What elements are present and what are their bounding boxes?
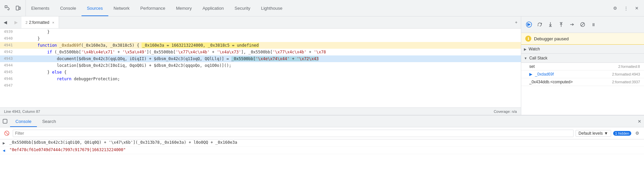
step-over-btn[interactable] bbox=[535, 19, 545, 30]
watch-label: Watch bbox=[529, 47, 540, 51]
svg-line-13 bbox=[581, 23, 584, 26]
cs-item-loc-434ddb: 2:formatted:3937 bbox=[612, 80, 640, 84]
console-output-arrow: ▶ bbox=[3, 141, 8, 145]
call-stack-item-current[interactable]: ▶ _0xdad69f 2:formatted:4943 bbox=[521, 71, 644, 78]
svg-rect-0 bbox=[5, 6, 7, 8]
step-into-btn[interactable] bbox=[545, 19, 555, 30]
console-output: ▶ _0x5500bb[$dbsm_0x42c3(iqOiQ0, Q0iq0Q)… bbox=[0, 139, 644, 177]
code-panel: ◀ ▶ 2 2:formatted × + 4939 } 4940 } bbox=[0, 16, 521, 115]
call-stack-section-header[interactable]: ▼ Call Stack bbox=[521, 54, 644, 63]
call-stack-item-set[interactable]: set 2:formatted:8 bbox=[521, 63, 644, 71]
console-line-2: ◀ "0ef478cf61e0749d7444c7997c917679|1663… bbox=[0, 147, 644, 154]
console-toolbar: 🚫 Default levels ▼ 1 hidden ⚙ bbox=[0, 127, 644, 139]
code-line-4942: 4942 if (_0x5500bb['\x4b\x4e\x71' + '\x5… bbox=[0, 49, 521, 55]
console-result-text: "0ef478cf61e0749d7444c7997c917679|166321… bbox=[9, 147, 641, 152]
go-back-btn[interactable]: ◀ bbox=[1, 18, 10, 27]
svg-rect-5 bbox=[527, 23, 528, 26]
debugger-toolbar: ⏸ bbox=[521, 16, 644, 33]
close-tab-btn[interactable]: × bbox=[51, 20, 56, 25]
code-line-4939: 4939 } bbox=[0, 29, 521, 35]
settings-btn[interactable]: ⚙ bbox=[610, 3, 620, 13]
call-stack-chevron: ▼ bbox=[524, 56, 527, 60]
svg-rect-14 bbox=[3, 119, 7, 123]
watch-chevron: ▶ bbox=[524, 47, 527, 51]
devtools-nav-icons bbox=[0, 0, 26, 16]
tab-file-name: 2:formatted bbox=[29, 20, 49, 25]
cs-item-loc-set: 2:formatted:8 bbox=[618, 64, 640, 69]
level-chevron-down: ▼ bbox=[604, 131, 608, 136]
console-tabs-bar: Console Search ✕ bbox=[0, 116, 644, 127]
svg-marker-4 bbox=[528, 23, 531, 26]
console-result-arrow: ◀ bbox=[3, 148, 8, 153]
top-nav-bar: Elements Console Sources Network Perform… bbox=[0, 0, 644, 16]
deactivate-breakpoints-btn[interactable] bbox=[578, 19, 588, 30]
tab-memory[interactable]: Memory bbox=[171, 0, 197, 16]
hidden-count-badge: 1 hidden bbox=[613, 131, 631, 136]
current-frame-arrow: ▶ bbox=[529, 72, 532, 77]
close-devtools-btn[interactable]: ✕ bbox=[632, 3, 641, 13]
tab-file-num: 2 bbox=[25, 20, 28, 25]
nav-right-actions: ⚙ ⋮ ✕ bbox=[608, 3, 644, 13]
cs-item-name-434ddb: _0x434ddb.<computed> bbox=[529, 80, 611, 84]
log-level-label: Default levels bbox=[579, 131, 603, 136]
tab-network[interactable]: Network bbox=[108, 0, 135, 16]
code-line-4947: 4947 bbox=[0, 82, 521, 89]
cs-item-name-set: set bbox=[529, 64, 617, 69]
console-output-text-1: _0x5500bb[$dbsm_0x42c3(iqOiQ0, Q0iq0Q) +… bbox=[9, 140, 641, 145]
tab-lighthouse[interactable]: Lighthouse bbox=[256, 0, 288, 16]
nav-tabs: Elements Console Sources Network Perform… bbox=[26, 0, 608, 16]
step-out-btn[interactable] bbox=[556, 19, 566, 30]
code-line-4944: 4944 location[$dbsm_0x42c3(I0oIiq, OqoQ0… bbox=[0, 62, 521, 69]
add-source-tab-btn[interactable]: + bbox=[512, 18, 521, 27]
step-btn[interactable] bbox=[567, 19, 577, 30]
tab-security[interactable]: Security bbox=[229, 0, 256, 16]
debugger-sections: ▶ Watch ▼ Call Stack set 2:formatted:8 ▶… bbox=[521, 45, 644, 115]
code-line-4940: 4940 } bbox=[0, 35, 521, 42]
svg-rect-2 bbox=[19, 7, 20, 9]
console-line-1: ▶ _0x5500bb[$dbsm_0x42c3(iqOiQ0, Q0iq0Q)… bbox=[0, 139, 644, 147]
tab-console[interactable]: Console bbox=[55, 0, 82, 16]
pause-on-exceptions-btn[interactable]: ⏸ bbox=[588, 19, 598, 30]
go-forward-btn[interactable]: ▶ bbox=[11, 18, 21, 27]
code-line-4943: 4943 document[$dbsm_0x42c3(qqLQOq, iOiqI… bbox=[0, 55, 521, 62]
inspect-element-btn[interactable] bbox=[3, 3, 12, 13]
code-line-4945: 4945 } else { bbox=[0, 69, 521, 76]
tab-application[interactable]: Application bbox=[197, 0, 229, 16]
code-line-4946: 4946 return debuggerProtection; bbox=[0, 76, 521, 82]
code-line-4941: 4941 function _0xdad69f(_0x160e3a, _0x38… bbox=[0, 42, 521, 49]
clear-console-btn[interactable]: 🚫 bbox=[3, 129, 11, 137]
console-icon-btn[interactable] bbox=[0, 116, 10, 127]
call-stack-label: Call Stack bbox=[529, 56, 547, 60]
more-options-btn[interactable]: ⋮ bbox=[621, 3, 631, 13]
code-editor[interactable]: 4939 } 4940 } 4941 function _0xdad69f(_0… bbox=[0, 29, 521, 107]
tab-sources[interactable]: Sources bbox=[82, 0, 108, 16]
log-level-select[interactable]: Default levels ▼ bbox=[576, 130, 611, 137]
debugger-panel: ⏸ ℹ Debugger paused ▶ Watch ▼ Call Stack… bbox=[521, 16, 644, 115]
console-settings-btn[interactable]: ⚙ bbox=[633, 129, 641, 137]
tab-console-bottom[interactable]: Console bbox=[10, 116, 37, 127]
cs-item-name-dad69f: _0xdad69f bbox=[535, 72, 611, 77]
coverage-status: Coverage: n/a bbox=[494, 109, 517, 114]
tab-performance[interactable]: Performance bbox=[135, 0, 170, 16]
svg-rect-1 bbox=[16, 6, 19, 10]
cs-item-loc-dad69f: 2:formatted:4943 bbox=[612, 72, 640, 76]
device-mode-btn[interactable] bbox=[13, 3, 23, 13]
debugger-paused-label: Debugger paused bbox=[534, 36, 569, 41]
bottom-area: Console Search ✕ 🚫 Default levels ▼ 1 hi… bbox=[0, 115, 644, 177]
tab-elements[interactable]: Elements bbox=[26, 0, 55, 16]
debugger-paused-banner: ℹ Debugger paused bbox=[521, 33, 644, 45]
console-filter-input[interactable] bbox=[13, 130, 574, 137]
resume-btn[interactable] bbox=[524, 19, 534, 30]
tab-search-bottom[interactable]: Search bbox=[37, 116, 61, 127]
close-console-btn[interactable]: ✕ bbox=[635, 117, 644, 126]
cursor-position: Line 4943, Column 87 bbox=[4, 109, 40, 114]
source-file-tab[interactable]: 2 2:formatted × bbox=[21, 16, 59, 28]
source-tabs-bar: ◀ ▶ 2 2:formatted × + bbox=[0, 16, 521, 29]
call-stack-item-434ddb[interactable]: _0x434ddb.<computed> 2:formatted:3937 bbox=[521, 78, 644, 86]
main-area: ◀ ▶ 2 2:formatted × + 4939 } 4940 } bbox=[0, 16, 644, 115]
watch-section-header[interactable]: ▶ Watch bbox=[521, 45, 644, 54]
info-icon: ℹ bbox=[525, 36, 531, 42]
status-bar: Line 4943, Column 87 Coverage: n/a bbox=[0, 107, 521, 115]
